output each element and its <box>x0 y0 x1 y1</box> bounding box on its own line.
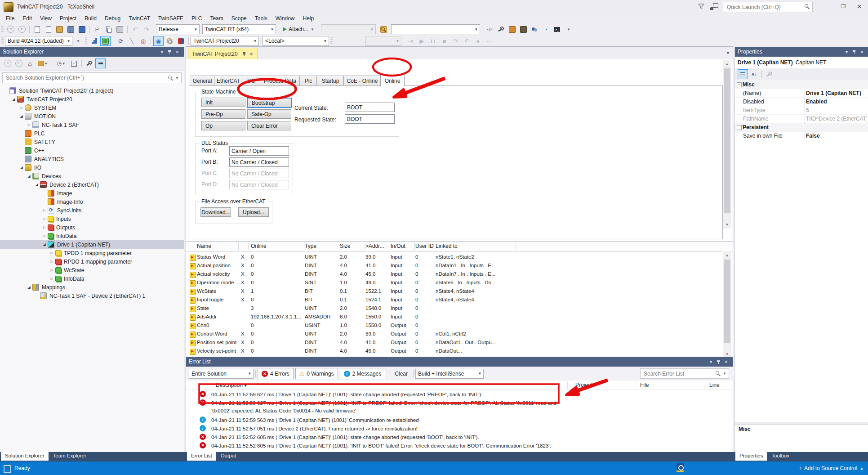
redo-icon[interactable]: ↷ <box>141 24 151 34</box>
clear-error-button[interactable]: Clear Error <box>247 121 291 130</box>
properties-object-selector[interactable]: Drive 1 (Capitan NET) Capitan NET ▼ <box>735 57 868 69</box>
error-list-search[interactable]: ▼ <box>640 368 729 379</box>
scrollbar-thumb[interactable] <box>724 68 730 213</box>
switch-views-icon[interactable]: ▼ <box>36 58 49 68</box>
close-icon[interactable]: ✕ <box>858 48 866 55</box>
pre-op-button[interactable]: Pre-Op <box>201 109 245 119</box>
port-status-field[interactable]: Carrier / Open <box>229 146 289 156</box>
toolbar-overflow-icon[interactable]: ▼ <box>73 36 83 46</box>
categorized-icon[interactable] <box>738 69 748 79</box>
back-icon[interactable]: ◂ <box>2 58 13 68</box>
tree-item-solution-twincat-project20-1-project[interactable]: Solution 'TwinCAT Project20' (1 project) <box>0 86 184 95</box>
minimize-button[interactable]: — <box>819 0 835 13</box>
toolbar-grip[interactable] <box>85 37 87 45</box>
messages-filter-button[interactable]: i2 Messages <box>340 368 386 379</box>
toolbar-grip[interactable] <box>1 37 4 45</box>
menu-item-plc[interactable]: PLC <box>187 14 206 23</box>
tree-expander-icon[interactable]: ▷ <box>49 260 54 264</box>
error-column-description[interactable]: Description ▾ <box>216 382 247 388</box>
error-list-header[interactable]: Error List ▼ ✕ <box>186 357 733 367</box>
error-column-separator[interactable] <box>706 381 706 389</box>
step-over-icon[interactable]: ↷ <box>450 36 461 46</box>
tree-expander-icon[interactable]: ◢ <box>42 242 47 246</box>
collapse-icon[interactable]: − <box>737 82 742 87</box>
home-icon[interactable]: ⌂ <box>25 58 35 68</box>
save-all-icon[interactable] <box>77 24 87 34</box>
collapse-all-icon[interactable]: − <box>69 58 79 68</box>
show-online-data-icon[interactable]: ◉ <box>153 36 164 46</box>
grid-column-size[interactable]: Size <box>340 243 350 249</box>
tree-expander-icon[interactable]: ▷ <box>42 217 47 221</box>
tree-item-system[interactable]: ▷SYSTEM <box>0 103 184 112</box>
reload-devices-icon[interactable]: ╲ <box>127 36 137 46</box>
tree-expander-icon[interactable]: ◢ <box>27 285 31 289</box>
dialog-scrollbar[interactable]: ▲ ▼ <box>723 60 731 229</box>
grid-scrollbar[interactable]: ▲ ▼ <box>723 251 731 358</box>
target-system-combo[interactable]: <Local>▼ <box>263 36 329 46</box>
property-row-save-in-own-file[interactable]: Save in own FileFalse <box>735 131 868 140</box>
menu-item-team[interactable]: Team <box>206 14 227 23</box>
tree-item-rpdo-1-mapping-parameter[interactable]: ▷RPDO 1 mapping parameter <box>0 257 184 266</box>
grid-column-separator[interactable] <box>304 242 304 251</box>
tree-expander-icon[interactable]: ▷ <box>42 225 47 229</box>
tree-expander-icon[interactable]: ▷ <box>42 208 47 212</box>
tree-item-i-o[interactable]: ◢I/O <box>0 163 184 172</box>
toggle-realtime-icon[interactable] <box>176 36 186 46</box>
dialog-tab-dc[interactable]: DC <box>242 76 261 86</box>
property-category-misc[interactable]: −Misc <box>735 80 868 89</box>
tree-item-nc-task-1-saf[interactable]: ▷NC-Task 1 SAF <box>0 121 184 129</box>
tree-expander-icon[interactable]: ▷ <box>27 123 31 127</box>
platform-combo[interactable]: TwinCAT RT (x64)▼ <box>202 24 276 34</box>
tree-expander-icon[interactable]: ◢ <box>34 183 39 187</box>
error-column-separator[interactable] <box>567 381 568 389</box>
pin-icon[interactable] <box>715 358 722 365</box>
scope-combo[interactable]: Entire Solution▼ <box>189 369 254 379</box>
tree-item-nc-task-1-saf-device-2-ethercat-1[interactable]: NC-Task 1 SAF - Device 2 (EtherCAT) 1 <box>0 291 184 300</box>
tree-expander-icon[interactable]: ▷ <box>42 234 47 238</box>
property-pages-icon[interactable] <box>764 69 775 79</box>
scroll-down-icon[interactable]: ▼ <box>723 221 731 229</box>
menu-item-edit[interactable]: Edit <box>18 14 36 23</box>
tree-item-motion[interactable]: ◢MOTION <box>0 112 184 121</box>
grid-column--addr-[interactable]: >Addr... <box>365 243 384 249</box>
grid-row-velocity-set-point[interactable]: Velocity set-pointX0DINT4.045.0Output0nD… <box>186 347 726 356</box>
solution-explorer-search-input[interactable] <box>5 74 168 82</box>
search-options-icon[interactable]: ▼ <box>723 372 726 376</box>
error-column-project[interactable]: Project <box>575 382 592 388</box>
port-status-field[interactable]: No Carrier / Closed <box>229 157 289 167</box>
xml-editor-icon[interactable]: </> <box>485 24 495 34</box>
twincat-project-combo[interactable]: TwinCAT Project20▼ <box>191 36 259 46</box>
document-tab[interactable]: TwinCAT Project20 ✕ <box>188 48 258 60</box>
properties-header[interactable]: Properties ▼ ✕ <box>735 47 868 57</box>
web-browser-icon[interactable]: ◔ <box>541 24 551 34</box>
grid-row-actual-velocity[interactable]: Actual velocityX0DINT4.045.0Input0nDataI… <box>186 270 726 279</box>
tree-expander-icon[interactable]: ◢ <box>19 114 24 118</box>
quick-launch-input[interactable] <box>726 3 803 11</box>
grid-row-operation-mode-[interactable]: Operation mode...X0SINT1.049.0Input0nSta… <box>186 279 726 287</box>
tree-item-c[interactable]: C++ <box>0 146 184 155</box>
grid-column-separator[interactable] <box>339 242 339 251</box>
restart-twincat-icon[interactable]: ⟳ <box>116 36 126 46</box>
solution-explorer-search[interactable]: ▼ <box>2 72 182 83</box>
new-file-icon[interactable] <box>32 24 42 34</box>
menu-item-help[interactable]: Help <box>298 14 318 23</box>
wrench-icon[interactable] <box>496 24 506 34</box>
property-row-pathname[interactable]: PathNameTIID^Device 2 (EtherCAT)^ <box>735 114 868 123</box>
toolbar-grip[interactable] <box>330 37 333 45</box>
menu-item-view[interactable]: View <box>36 14 56 23</box>
forward-icon[interactable]: ▸ <box>17 24 27 34</box>
grid-column-name[interactable]: Name <box>197 243 211 249</box>
tree-item-safety[interactable]: SAFETY <box>0 138 184 146</box>
plc-instance-combo[interactable]: ▼ <box>365 36 401 46</box>
error-list-row[interactable]: ✕04-Jan-21 11:52:59 627 ms | 'Drive 1 (C… <box>186 390 733 398</box>
configuration-combo[interactable]: Release▼ <box>156 24 200 34</box>
close-icon[interactable]: ✕ <box>722 358 730 365</box>
undo-icon[interactable]: ↶ <box>130 24 140 34</box>
dialog-tab-process-data[interactable]: Process Data <box>260 76 300 86</box>
menu-item-file[interactable]: File <box>2 14 18 23</box>
clear-button[interactable]: Clear <box>391 371 411 377</box>
menu-item-tools[interactable]: Tools <box>251 14 272 23</box>
grid-column-separator[interactable] <box>390 242 390 251</box>
upload-button[interactable]: Upload... <box>238 207 269 217</box>
property-value[interactable]: 5 <box>806 107 809 113</box>
